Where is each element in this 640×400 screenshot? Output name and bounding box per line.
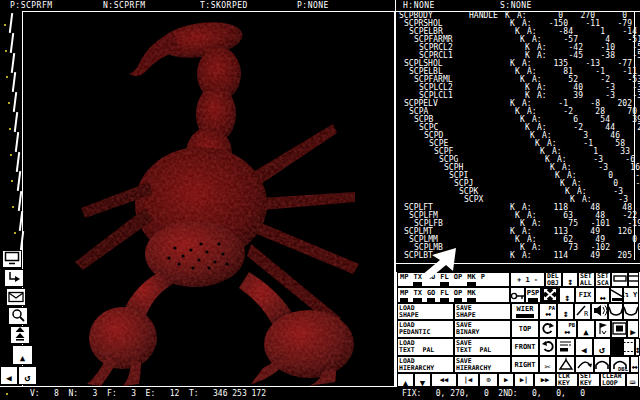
rotate-cw-button[interactable]: [539, 320, 557, 338]
load-hierarchy-button[interactable]: LOADHIERARCHY: [397, 356, 454, 373]
corner-arrow-icon: [7, 269, 21, 288]
leftright-2-button[interactable]: ↔: [630, 356, 639, 373]
left-solid-button[interactable]: ◀: [575, 338, 593, 356]
svg-text:R: R: [584, 310, 589, 317]
magnifier-button[interactable]: [8, 307, 28, 325]
envelope-button[interactable]: [6, 288, 26, 306]
updown-2-button[interactable]: ↕: [559, 287, 575, 303]
viewport[interactable]: [23, 12, 394, 386]
fast-fwd-button[interactable]: ▶▶: [534, 373, 556, 387]
step-fwd-button[interactable]: ▶|: [514, 373, 534, 387]
view-wire-button[interactable]: WIER: [511, 303, 539, 320]
updown-3-button[interactable]: ↕: [557, 303, 574, 320]
diagonal-button[interactable]: [610, 287, 623, 303]
save-shape-button[interactable]: SAVESHAPE: [454, 303, 511, 320]
scissors-button[interactable]: ✂: [539, 356, 556, 373]
hierarchy-row[interactable]: SCPAKA:-22870: [399, 108, 627, 116]
set-key-button[interactable]: SETKEY: [578, 373, 600, 387]
del-obj-button[interactable]: DELOBJ: [545, 272, 562, 287]
right-solid-button[interactable]: ▶: [627, 320, 639, 338]
hierarchy-row[interactable]: SCPKKA:-3-42-38: [399, 188, 627, 196]
rotate-undo-icon: ↺: [599, 338, 605, 356]
arrow-hop-icon: [577, 356, 593, 373]
leftright-1-button[interactable]: ↔: [595, 287, 610, 303]
double-up-button[interactable]: [10, 326, 30, 344]
clr-key-button[interactable]: CLRKEY: [556, 373, 578, 387]
rotate-cw-icon: [541, 320, 555, 338]
tray-2-button[interactable]: [623, 303, 639, 320]
clear-loop-button[interactable]: CLEARLOOP: [600, 373, 626, 387]
rotate-ccw-button[interactable]: ↺: [18, 366, 37, 385]
hierarchy-row[interactable]: SCPGKA:-3-6-22: [399, 156, 627, 164]
tent-button[interactable]: [556, 356, 575, 373]
x-y-step-button[interactable]: X↴ Y↴: [623, 287, 639, 303]
save-hierarchy-button[interactable]: SAVEHIERARCHY: [454, 356, 511, 373]
up-tree-button[interactable]: ▲: [12, 345, 33, 365]
hierarchy-row[interactable]: SCPPELVKA:-1-8202: [399, 100, 627, 108]
view-front-button[interactable]: FRONT: [511, 338, 539, 356]
rewind-button[interactable]: ◀◀: [431, 373, 457, 387]
corner-arrow-button[interactable]: [4, 269, 24, 287]
mode-row-2-button[interactable]: MPTXGOFLOPMK: [397, 287, 510, 303]
ramp-button[interactable]: R: [574, 303, 591, 320]
view-right-button[interactable]: RIGHT: [511, 356, 539, 373]
play-button[interactable]: ▶: [498, 373, 514, 387]
speaker-button[interactable]: [591, 303, 608, 320]
arch-button[interactable]: [594, 356, 610, 373]
monitor-icon: [4, 250, 20, 269]
load-pedantic-button[interactable]: LOADPEDANTIC: [397, 320, 454, 338]
view-top-button[interactable]: TOP: [511, 320, 539, 338]
down-nav-button[interactable]: ▼: [414, 373, 431, 387]
up-solid-button[interactable]: ▲: [577, 320, 595, 338]
scorpion-model: [23, 12, 394, 386]
dotted-box-button[interactable]: [623, 338, 635, 356]
load-shape-button[interactable]: LOADSHAPE: [397, 303, 454, 320]
hierarchy-row[interactable]: SCPIKA:0-4-47: [399, 172, 627, 180]
window-button[interactable]: [611, 320, 627, 338]
set-sca-button[interactable]: SETSCA: [595, 272, 611, 287]
set-rect-button[interactable]: SET: [611, 272, 628, 287]
arrow-left-solid-icon: ◀: [6, 366, 11, 385]
hierarchy-row[interactable]: SCPHKA:-316-21: [399, 164, 627, 172]
arrow-leftright-icon: ↔: [631, 356, 637, 373]
filled-box-button[interactable]: [611, 338, 623, 356]
arrow-updown-icon: ↕: [567, 272, 573, 287]
list-lines-button[interactable]: [556, 338, 575, 356]
up-nav-button[interactable]: ▲: [397, 373, 414, 387]
arch-icon: [594, 356, 610, 373]
undo-rotate-button[interactable]: ↺: [593, 338, 611, 356]
arch-dbl-button[interactable]: DBL: [610, 356, 630, 373]
load-text-pal-button[interactable]: LOADTEXT PAL: [397, 338, 454, 356]
updown-1-button[interactable]: ↕: [562, 272, 578, 287]
pb-leftright-button[interactable]: ↔PB: [557, 320, 577, 338]
pa-leftright-button[interactable]: ↔PA: [539, 303, 557, 320]
tray-button[interactable]: [608, 303, 623, 320]
speaker-icon: [593, 303, 607, 320]
hierarchy-list: SCPBODYHANDLEKA:02700SCPRSHOLKA:-150-11-…: [399, 12, 627, 260]
save-binary-button[interactable]: SAVEBINARY: [454, 320, 511, 338]
step-back-button[interactable]: |◀: [457, 373, 479, 387]
double-up-icon: [13, 326, 27, 345]
flag-button[interactable]: [595, 320, 611, 338]
rotate-ccw-g-button[interactable]: [539, 338, 556, 356]
hierarchy-row[interactable]: SCPJKA:0-16-21: [399, 180, 627, 188]
set-all-button[interactable]: SETALL: [578, 272, 595, 287]
updown-4-button[interactable]: ↕: [635, 338, 640, 356]
monitor-button[interactable]: [2, 250, 22, 268]
fix-button[interactable]: FIX: [575, 287, 595, 303]
keyboard-button[interactable]: ⌨: [626, 373, 639, 387]
hier-label: H:NONE: [403, 1, 435, 10]
psp-button[interactable]: PSP: [525, 287, 541, 303]
rotate-undo-icon: ↺: [24, 366, 30, 385]
clr-rect-button[interactable]: CLR: [628, 272, 639, 287]
corner-arrows-button[interactable]: [541, 287, 559, 303]
arrow-updown-icon: ↕: [564, 287, 570, 303]
magnifier-icon: [11, 307, 25, 326]
record-dot-button[interactable]: ⊙: [479, 373, 498, 387]
hop-arrow-button[interactable]: [575, 356, 594, 373]
save-text-pal-button[interactable]: SAVETEXT PAL: [454, 338, 511, 356]
plus-one-minus-button[interactable]: + 1 -: [510, 272, 545, 287]
arrow-updown-icon: ↕: [635, 338, 640, 356]
back-left-button[interactable]: ◀: [0, 366, 18, 385]
key-button[interactable]: [510, 287, 525, 303]
